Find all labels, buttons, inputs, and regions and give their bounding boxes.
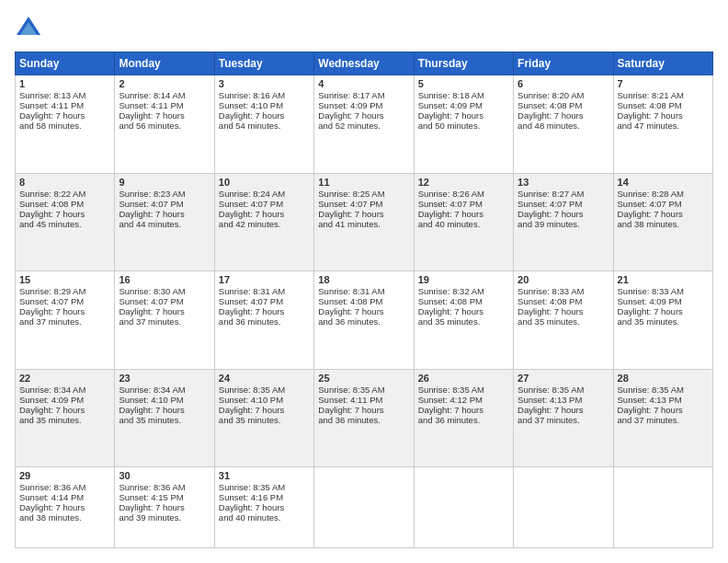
day-number: 23 [119,373,210,384]
daylight-and-text: and 42 minutes. [219,219,281,229]
sunrise-text: Sunrise: 8:18 AM [418,90,484,100]
sunrise-text: Sunrise: 8:22 AM [19,189,85,199]
day-number: 18 [318,274,409,285]
day-number: 14 [618,177,709,188]
daylight-and-text: and 48 minutes. [518,121,580,131]
daylight-and-text: and 37 minutes. [518,415,580,425]
daylight-text: Daylight: 7 hours [518,110,583,121]
sunset-text: Sunset: 4:08 PM [518,296,582,306]
day-number: 16 [119,274,210,285]
calendar-cell: 20Sunrise: 8:33 AMSunset: 4:08 PMDayligh… [514,271,613,370]
calendar-header-thursday: Thursday [414,52,513,75]
sunset-text: Sunset: 4:11 PM [318,395,382,405]
day-number: 5 [418,78,509,89]
daylight-text: Daylight: 7 hours [19,209,85,219]
daylight-and-text: and 37 minutes. [19,316,82,327]
calendar-cell: 25Sunrise: 8:35 AMSunset: 4:11 PMDayligh… [314,369,414,467]
calendar-header-row: SundayMondayTuesdayWednesdayThursdayFrid… [16,52,713,75]
calendar-header-wednesday: Wednesday [314,52,414,75]
calendar-header-monday: Monday [115,52,214,75]
daylight-and-text: and 41 minutes. [318,219,381,229]
sunset-text: Sunset: 4:09 PM [318,100,382,110]
calendar-cell: 18Sunrise: 8:31 AMSunset: 4:08 PMDayligh… [314,271,414,370]
sunrise-text: Sunrise: 8:32 AM [418,286,484,296]
daylight-text: Daylight: 7 hours [318,110,383,121]
daylight-text: Daylight: 7 hours [119,405,184,415]
day-number: 30 [119,470,210,481]
daylight-and-text: and 35 minutes. [119,415,181,425]
daylight-and-text: and 36 minutes. [318,415,381,425]
logo-icon [15,15,42,42]
day-number: 11 [318,177,409,188]
sunset-text: Sunset: 4:07 PM [618,199,682,209]
daylight-and-text: and 36 minutes. [318,316,381,327]
calendar-cell: 14Sunrise: 8:28 AMSunset: 4:07 PMDayligh… [613,173,712,271]
calendar-cell: 19Sunrise: 8:32 AMSunset: 4:08 PMDayligh… [414,271,513,370]
logo [15,15,46,42]
calendar-header-saturday: Saturday [613,52,712,75]
sunset-text: Sunset: 4:07 PM [119,199,183,209]
daylight-and-text: and 37 minutes. [618,415,680,425]
sunrise-text: Sunrise: 8:36 AM [19,482,85,492]
daylight-and-text: and 35 minutes. [19,415,82,425]
day-number: 26 [418,373,509,384]
calendar-cell: 28Sunrise: 8:35 AMSunset: 4:13 PMDayligh… [613,369,712,467]
day-number: 27 [518,373,609,384]
daylight-text: Daylight: 7 hours [19,110,85,121]
calendar-cell: 13Sunrise: 8:27 AMSunset: 4:07 PMDayligh… [514,173,613,271]
day-number: 19 [418,274,509,285]
daylight-and-text: and 47 minutes. [618,121,680,131]
sunset-text: Sunset: 4:11 PM [119,100,183,110]
day-number: 2 [119,78,210,89]
calendar-week-row: 15Sunrise: 8:29 AMSunset: 4:07 PMDayligh… [16,271,713,370]
daylight-text: Daylight: 7 hours [119,110,184,121]
daylight-text: Daylight: 7 hours [618,209,683,219]
sunset-text: Sunset: 4:08 PM [518,100,582,110]
sunset-text: Sunset: 4:08 PM [618,100,682,110]
sunset-text: Sunset: 4:08 PM [19,199,84,209]
calendar-header-tuesday: Tuesday [214,52,313,75]
daylight-and-text: and 39 minutes. [518,219,580,229]
day-number: 12 [418,177,509,188]
calendar-cell: 5Sunrise: 8:18 AMSunset: 4:09 PMDaylight… [414,75,513,174]
daylight-and-text: and 52 minutes. [318,121,381,131]
daylight-and-text: and 37 minutes. [119,316,181,327]
daylight-and-text: and 40 minutes. [219,512,281,523]
calendar-cell: 15Sunrise: 8:29 AMSunset: 4:07 PMDayligh… [16,271,115,370]
calendar-week-row: 29Sunrise: 8:36 AMSunset: 4:14 PMDayligh… [16,467,713,548]
sunset-text: Sunset: 4:08 PM [418,296,483,306]
sunrise-text: Sunrise: 8:17 AM [318,90,384,100]
daylight-and-text: and 54 minutes. [219,121,281,131]
day-number: 21 [618,274,709,285]
daylight-text: Daylight: 7 hours [318,306,383,316]
sunrise-text: Sunrise: 8:36 AM [119,482,185,492]
daylight-and-text: and 35 minutes. [518,316,580,327]
sunrise-text: Sunrise: 8:35 AM [618,385,684,395]
calendar-cell: 24Sunrise: 8:35 AMSunset: 4:10 PMDayligh… [214,369,313,467]
day-number: 7 [618,78,709,89]
sunrise-text: Sunrise: 8:35 AM [518,385,584,395]
daylight-text: Daylight: 7 hours [119,209,184,219]
day-number: 28 [618,373,709,384]
calendar-cell: 22Sunrise: 8:34 AMSunset: 4:09 PMDayligh… [16,369,115,467]
sunrise-text: Sunrise: 8:31 AM [318,286,384,296]
sunset-text: Sunset: 4:12 PM [418,395,483,405]
daylight-text: Daylight: 7 hours [219,110,284,121]
sunrise-text: Sunrise: 8:35 AM [418,385,484,395]
day-number: 20 [518,274,609,285]
sunrise-text: Sunrise: 8:26 AM [418,189,484,199]
calendar-cell: 6Sunrise: 8:20 AMSunset: 4:08 PMDaylight… [514,75,613,174]
day-number: 6 [518,78,609,89]
daylight-text: Daylight: 7 hours [618,405,683,415]
day-number: 1 [19,78,110,89]
sunrise-text: Sunrise: 8:13 AM [19,90,85,100]
daylight-and-text: and 36 minutes. [418,415,481,425]
calendar-header-sunday: Sunday [16,52,115,75]
daylight-text: Daylight: 7 hours [618,110,683,121]
sunrise-text: Sunrise: 8:24 AM [219,189,285,199]
calendar-week-row: 22Sunrise: 8:34 AMSunset: 4:09 PMDayligh… [16,369,713,467]
calendar-cell: 9Sunrise: 8:23 AMSunset: 4:07 PMDaylight… [115,173,214,271]
calendar-cell: 1Sunrise: 8:13 AMSunset: 4:11 PMDaylight… [16,75,115,174]
daylight-text: Daylight: 7 hours [19,405,85,415]
sunrise-text: Sunrise: 8:21 AM [618,90,684,100]
